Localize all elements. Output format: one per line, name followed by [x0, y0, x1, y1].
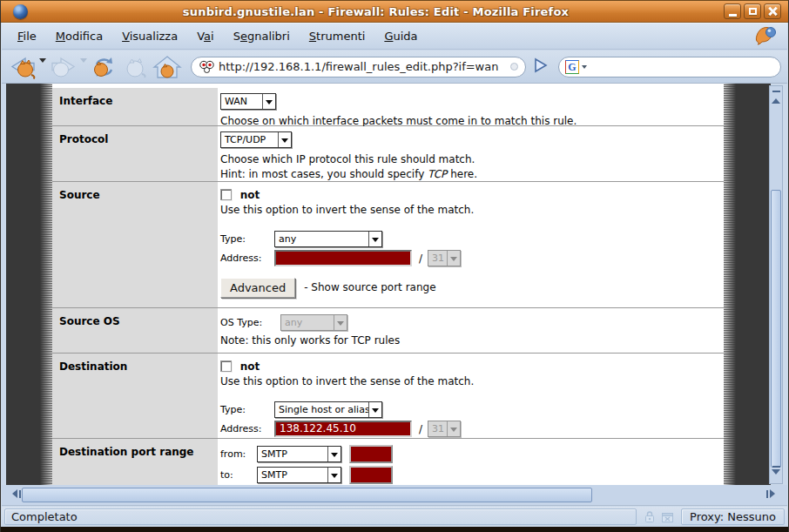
destination-type-select[interactable]: Single host or alias — [274, 401, 382, 418]
title-bar[interactable]: sunbird.gnustile.lan - Firewall: Rules: … — [1, 1, 788, 23]
back-button[interactable] — [6, 53, 39, 81]
row-interface: Interface WAN Choose on which interface … — [52, 88, 724, 126]
close-icon — [768, 7, 777, 16]
source-type-label: Type: — [220, 233, 274, 245]
menu-modifica[interactable]: Modifica — [51, 26, 108, 46]
protocol-hint: Hint: in most cases, you should specify … — [220, 167, 718, 182]
browser-cat-logo-icon — [752, 24, 779, 49]
search-engine-dropdown-caret[interactable] — [582, 65, 587, 71]
row-destination: Destination not Use this option to inver… — [52, 354, 724, 439]
browser-window: sunbird.gnustile.lan - Firewall: Rules: … — [0, 0, 789, 532]
close-button[interactable] — [764, 3, 781, 19]
port-to-custom-input[interactable] — [349, 466, 393, 484]
source-address-input[interactable] — [274, 250, 412, 266]
minimize-button[interactable] — [724, 3, 741, 19]
row-source-label: Source — [52, 182, 218, 307]
protocol-select[interactable]: TCP/UDP — [220, 131, 292, 148]
status-message: Completato — [4, 508, 637, 525]
destination-address-label: Address: — [220, 423, 274, 434]
menu-visualizza[interactable]: Visualizza — [117, 26, 183, 46]
scroll-up-button[interactable] — [770, 91, 782, 104]
row-destination-label: Destination — [52, 354, 218, 438]
os-type-label: OS Type: — [220, 317, 280, 328]
chevron-down-icon — [327, 468, 341, 482]
advanced-button[interactable]: Advanced — [220, 278, 295, 298]
maximize-icon — [749, 8, 757, 15]
maximize-button[interactable] — [744, 3, 761, 19]
arrow-down-icon — [772, 469, 780, 479]
back-icon — [7, 55, 38, 79]
port-from-custom-input[interactable] — [349, 445, 393, 463]
firefox-globe-icon — [13, 4, 28, 19]
arrow-up-icon — [772, 94, 780, 104]
source-invert-description: Use this option to invert the sense of t… — [220, 203, 718, 218]
destination-type-label: Type: — [220, 404, 274, 415]
row-interface-label: Interface — [52, 88, 218, 125]
window-title: sunbird.gnustile.lan - Firewall: Rules: … — [28, 5, 724, 18]
menu-file[interactable]: File — [12, 26, 42, 46]
page-viewport: Interface WAN Choose on which interface … — [6, 84, 771, 485]
destination-mask-select: 31 — [428, 421, 461, 437]
popup-blocker-icon — [661, 511, 674, 523]
throbber-icon — [510, 63, 518, 71]
go-arrow-icon — [531, 57, 549, 74]
menu-segnalibri[interactable]: Segnalibri — [228, 26, 295, 46]
url-input[interactable]: http://192.168.1.1/firewall_rules_edit.p… — [219, 60, 506, 73]
window-bottom-border — [1, 527, 788, 532]
source-not-label: not — [240, 189, 260, 201]
vertical-scrollbar-thumb[interactable] — [771, 190, 781, 468]
row-source-os-label: Source OS — [52, 308, 218, 353]
forward-button[interactable] — [47, 53, 80, 81]
chevron-down-icon — [368, 232, 381, 246]
chevron-down-icon — [334, 315, 347, 330]
horizontal-scrollbar[interactable] — [2, 485, 787, 506]
menu-bar: File Modifica Visualizza Vai Segnalibri … — [2, 23, 787, 50]
home-button[interactable] — [151, 53, 184, 81]
source-type-select[interactable]: any — [274, 231, 382, 247]
url-bar[interactable]: http://192.168.1.1/firewall_rules_edit.p… — [191, 57, 526, 77]
search-box[interactable]: G — [558, 57, 781, 77]
port-to-label: to: — [220, 469, 257, 481]
port-to-select[interactable]: SMTP — [257, 467, 341, 483]
os-type-select: any — [280, 314, 347, 331]
interface-select[interactable]: WAN — [220, 93, 276, 110]
menu-guida[interactable]: Guida — [379, 26, 422, 46]
page-left-edge-decoration — [40, 84, 52, 485]
destination-address-input[interactable]: 138.122.45.10 — [274, 421, 412, 437]
source-not-checkbox[interactable] — [220, 189, 232, 200]
firewall-rule-edit-table: Interface WAN Choose on which interface … — [52, 84, 724, 485]
row-source: Source not Use this option to invert the… — [52, 182, 724, 308]
scroll-right-button[interactable] — [766, 489, 779, 498]
arrow-left-icon — [8, 489, 17, 498]
scroll-left-button[interactable] — [8, 489, 21, 498]
stop-button[interactable] — [119, 53, 151, 81]
port-from-select[interactable]: SMTP — [257, 446, 341, 462]
reload-button[interactable] — [88, 53, 119, 81]
home-icon — [152, 55, 183, 79]
forward-history-dropdown[interactable] — [80, 58, 87, 66]
chevron-down-icon — [327, 447, 341, 461]
chevron-down-icon — [368, 402, 381, 417]
horizontal-scrollbar-thumb[interactable] — [22, 488, 592, 502]
destination-not-checkbox[interactable] — [220, 360, 232, 372]
menu-strumenti[interactable]: Strumenti — [304, 26, 371, 46]
row-destination-port-range-label: Destination port range — [52, 439, 218, 485]
back-history-dropdown[interactable] — [39, 58, 46, 66]
site-favicon — [199, 59, 214, 74]
go-button[interactable] — [531, 57, 549, 77]
row-source-os: Source OS OS Type: any Note: this only w… — [52, 308, 724, 354]
google-search-icon: G — [565, 60, 579, 74]
navigation-toolbar: http://192.168.1.1/firewall_rules_edit.p… — [2, 51, 787, 84]
protocol-description: Choose which IP protocol this rule shoul… — [220, 152, 718, 167]
destination-invert-description: Use this option to invert the sense of t… — [220, 374, 718, 389]
lock-icon — [644, 510, 656, 523]
source-mask-select: 31 — [428, 250, 461, 266]
scroll-down-button[interactable] — [770, 466, 782, 479]
row-destination-port-range: Destination port range from: SMTP to: S — [52, 439, 724, 485]
menu-vai[interactable]: Vai — [192, 26, 219, 46]
chevron-down-icon — [447, 421, 460, 436]
vertical-scrollbar[interactable] — [769, 85, 783, 484]
source-os-note: Note: this only works for TCP rules — [220, 333, 718, 348]
status-bar: Completato Proxy: Nessuno — [2, 507, 787, 527]
proxy-status: Proxy: Nessuno — [681, 508, 785, 525]
